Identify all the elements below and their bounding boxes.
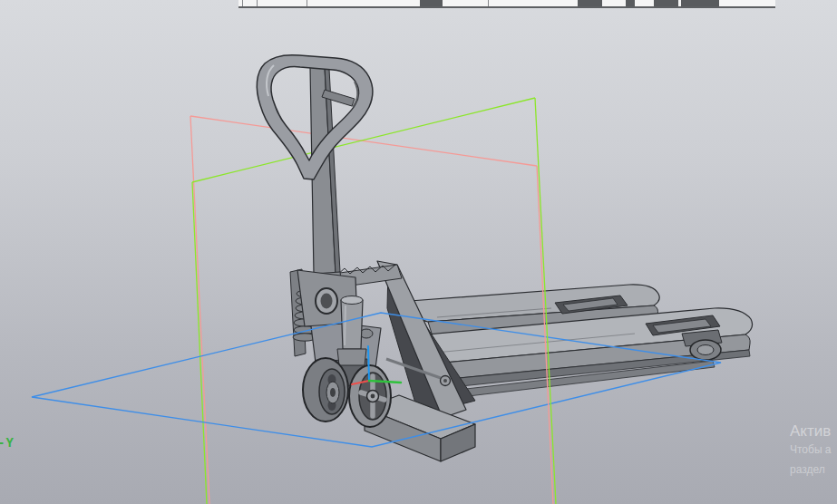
watermark-line3: раздел: [790, 463, 825, 476]
axis-z-line[interactable]: [368, 346, 369, 381]
front-wheel-hub-hole: [371, 394, 375, 399]
piston-block: [337, 349, 366, 365]
cad-viewport[interactable]: -Y Актив Чтобы а раздел: [0, 0, 837, 504]
profile-plane-left-edge[interactable]: [192, 182, 207, 504]
axis-label-negative-y: -Y: [0, 435, 15, 450]
watermark-line1: Актив: [790, 422, 831, 441]
rod-pin-hole: [443, 379, 447, 383]
frontal-plane-top-edge[interactable]: [190, 116, 537, 166]
watermark-line2: Чтобы а: [790, 443, 832, 456]
tip-roller-hub: [697, 345, 714, 355]
pivot-hole: [321, 294, 333, 309]
rear-wheel-hub-hole: [330, 388, 336, 397]
frontal-plane-left-edge[interactable]: [190, 116, 209, 504]
model-scene[interactable]: [0, 0, 837, 504]
pallet-truck-model[interactable]: [257, 55, 752, 461]
cylinder-highlight: [345, 305, 346, 345]
cylinder-cap: [341, 296, 363, 305]
